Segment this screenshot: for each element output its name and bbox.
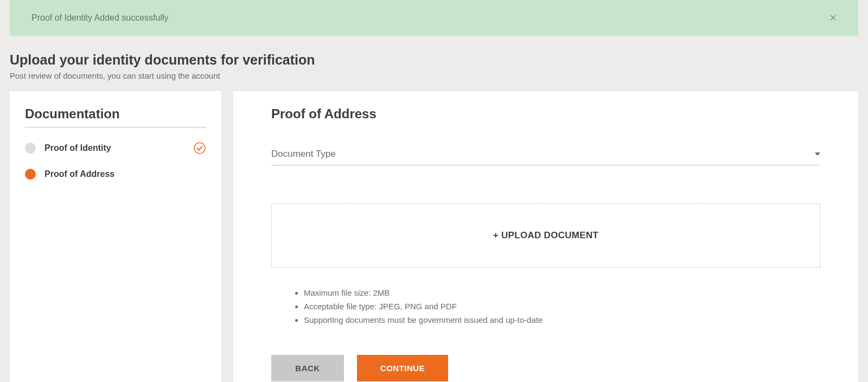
step-label: Proof of Identity: [44, 143, 111, 153]
content-area: Documentation Proof of Identity Proof of…: [0, 91, 868, 382]
continue-button[interactable]: CONTINUE: [357, 355, 448, 381]
hint-item: Acceptable file type: JPEG, PNG and PDF: [304, 302, 820, 311]
hint-item: Maximum file size: 2MB: [304, 288, 820, 297]
button-row: BACK CONTINUE: [271, 355, 820, 381]
sidebar-item-proof-of-address[interactable]: Proof of Address: [25, 169, 206, 180]
hint-item: Supporting documents must be government …: [304, 315, 820, 324]
sidebar-item-proof-of-identity[interactable]: Proof of Identity: [25, 142, 206, 155]
select-label: Document Type: [271, 149, 336, 160]
step-dot-icon: [25, 169, 36, 180]
main-panel: Proof of Address Document Type + UPLOAD …: [233, 91, 858, 382]
document-type-select[interactable]: Document Type: [271, 149, 820, 165]
close-icon[interactable]: ×: [829, 11, 837, 25]
step-left: Proof of Address: [25, 169, 114, 180]
alert-message: Proof of Identity Added successfully: [31, 13, 169, 23]
page-header: Upload your identity documents for verif…: [0, 36, 868, 91]
check-circle-icon: [193, 142, 206, 155]
chevron-down-icon: [815, 152, 820, 156]
upload-label: + UPLOAD DOCUMENT: [493, 230, 598, 240]
sidebar-title: Documentation: [25, 106, 206, 128]
page-subtitle: Post review of documents, you can start …: [10, 71, 858, 80]
page-title: Upload your identity documents for verif…: [10, 52, 858, 68]
section-title: Proof of Address: [271, 106, 820, 122]
upload-document-dropzone[interactable]: + UPLOAD DOCUMENT: [271, 203, 820, 268]
success-alert: Proof of Identity Added successfully ×: [10, 0, 858, 36]
step-label: Proof of Address: [44, 169, 114, 179]
svg-point-0: [194, 143, 205, 154]
upload-hints: Maximum file size: 2MB Acceptable file t…: [271, 288, 820, 324]
step-dot-icon: [25, 143, 36, 154]
step-left: Proof of Identity: [25, 143, 111, 154]
back-button[interactable]: BACK: [271, 355, 344, 381]
sidebar: Documentation Proof of Identity Proof of…: [10, 91, 221, 382]
